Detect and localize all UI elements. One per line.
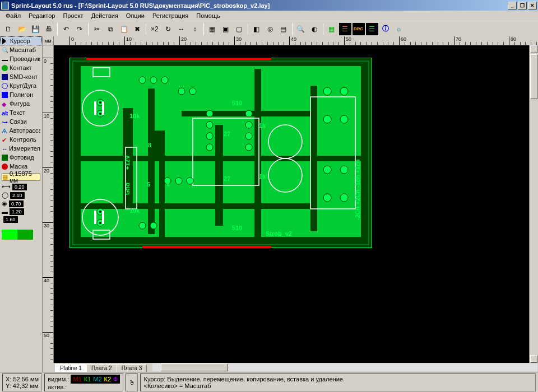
window-title: Sprint-Layout 5.0 rus - [F:\Sprint-Layou… [11, 2, 507, 9]
mirror-v-icon[interactable]: ↕ [189, 23, 201, 35]
titlebar: Sprint-Layout 5.0 rus - [F:\Sprint-Layou… [0, 0, 538, 11]
paste-icon[interactable]: 📋 [118, 23, 130, 35]
svg-text:1k: 1k [259, 122, 266, 129]
svg-point-32 [150, 77, 157, 83]
tool-connections[interactable]: ⊶Связи [0, 117, 42, 126]
svg-text:27: 27 [224, 130, 230, 137]
tool-test[interactable]: ✔Контроль [0, 135, 42, 144]
svg-point-43 [245, 144, 252, 151]
ruler-vertical: 01020304050 [43, 45, 54, 363]
menu-actions[interactable]: Действия [88, 12, 122, 20]
grid-value[interactable]: ▦0,15875 мм [2, 173, 40, 181]
tool-text[interactable]: ab|Текст [0, 108, 42, 117]
horizontal-scrollbar[interactable] [152, 363, 538, 372]
tool-pad[interactable]: Контакт [0, 63, 42, 72]
svg-point-38 [206, 133, 213, 139]
undo-icon[interactable]: ↶ [60, 23, 72, 35]
open-icon[interactable]: 📂 [16, 23, 28, 35]
layer-icon[interactable]: ◧ [251, 23, 263, 35]
svg-rect-13 [254, 69, 261, 237]
save-icon[interactable]: 💾 [29, 23, 41, 35]
vertical-scrollbar[interactable] [529, 45, 538, 363]
coord-y: Y: 42,32 мм [6, 382, 39, 389]
cut-icon[interactable]: ✂ [91, 23, 103, 35]
duplicate-icon[interactable]: ×2 [149, 23, 161, 35]
new-icon[interactable]: 🗋 [2, 23, 15, 35]
tool-polygon[interactable]: Полигон [0, 90, 42, 99]
menubar: Файл Редактор Проект Действия Опции Реги… [0, 11, 538, 21]
tool-photoview[interactable]: Фотовид [0, 153, 42, 162]
drc-icon[interactable]: DRC [353, 23, 365, 35]
minimize-button[interactable]: _ [508, 2, 517, 10]
group-icon[interactable]: ▣ [220, 23, 232, 35]
tool-shape[interactable]: ◆Фигура [0, 99, 42, 108]
redo-icon[interactable]: ↷ [73, 23, 86, 35]
prop-val-0[interactable]: 0.20 [12, 184, 27, 190]
statusbar: X: 52,56 мм Y: 42,32 мм видим.: М1 К1 М2… [0, 372, 538, 392]
svg-text:5: 5 [147, 181, 150, 188]
contrast-icon[interactable]: ◐ [308, 23, 321, 35]
menu-file[interactable]: Файл [2, 12, 24, 20]
prop-val-1[interactable]: 2.10 [10, 192, 25, 199]
svg-point-46 [323, 115, 331, 123]
tab-platine-1[interactable]: Platine 1 [55, 364, 87, 372]
settings-icon[interactable]: ☼ [393, 23, 405, 35]
info-icon[interactable]: ⓘ [379, 23, 392, 35]
svg-point-54 [187, 178, 193, 184]
svg-text:Gnd: Gnd [124, 183, 131, 195]
pad-out-icon: ◯ [2, 192, 8, 199]
tool-smd[interactable]: SMD-конт [0, 72, 42, 81]
delete-icon[interactable]: ✖ [131, 23, 143, 35]
mouse-icon: 🖱 [126, 374, 138, 391]
tool-circle[interactable]: Круг/Дуга [0, 81, 42, 90]
tab-plata-2[interactable]: Плата 2 [86, 364, 117, 372]
export-icon[interactable]: ▦ [326, 23, 338, 35]
prop-val-3[interactable]: 1.20 [10, 208, 24, 215]
rotate-icon[interactable]: ↻ [162, 23, 174, 35]
layer-panel: видим.: М1 К1 М2 К2 Ф актив.: [44, 374, 123, 391]
copy-icon[interactable]: ⧉ [104, 23, 117, 35]
svg-text:510: 510 [232, 225, 242, 231]
svg-rect-7 [81, 158, 159, 237]
svg-point-41 [245, 122, 252, 128]
tool-track[interactable]: Проводник [0, 54, 42, 63]
maximize-button[interactable]: ❐ [518, 2, 527, 10]
svg-point-49 [340, 166, 348, 174]
library-icon[interactable]: ☰ [339, 23, 351, 35]
align-icon[interactable]: ▦ [206, 23, 219, 35]
svg-rect-15 [81, 156, 361, 161]
ruler-horizontal: 01020304050607080 [54, 36, 538, 45]
menu-project[interactable]: Проект [59, 12, 86, 20]
tab-plata-3[interactable]: Плата 3 [117, 364, 147, 372]
ground-icon[interactable]: ▤ [277, 23, 290, 35]
svg-text:1k: 1k [259, 173, 266, 180]
snap-icon[interactable]: ▢ [233, 23, 245, 35]
canvas[interactable]: 10k 10k 510 510 1k 1k 27 27 5 4 8 Strob_… [54, 45, 529, 363]
svg-point-50 [323, 194, 331, 202]
menu-options[interactable]: Опции [123, 12, 148, 20]
workspace: мм 01020304050607080 01020304050 [43, 36, 538, 372]
tool-measure[interactable]: ↔Измеритель [0, 144, 42, 153]
pcb-board: 10k 10k 510 510 1k 1k 27 27 5 4 8 Strob_… [69, 58, 372, 248]
layer-swatch[interactable] [2, 230, 34, 251]
svg-point-39 [206, 144, 213, 151]
prop-val-4[interactable]: 1.60 [3, 216, 18, 223]
zoom-icon[interactable]: 🔍 [295, 23, 307, 35]
menu-edit[interactable]: Редактор [25, 12, 58, 20]
tool-autoroute[interactable]: ѦАвтотрасса [0, 126, 42, 135]
svg-text:10k: 10k [129, 113, 140, 119]
tool-cursor[interactable]: Курсор [0, 36, 42, 45]
menu-help[interactable]: Помощь [193, 12, 224, 20]
tool-zoom[interactable]: 🔍Масштаб [0, 45, 42, 54]
svg-point-51 [340, 194, 348, 202]
gerber-icon[interactable]: ☰ [366, 23, 378, 35]
svg-point-45 [340, 87, 348, 95]
menu-register[interactable]: Регистрация [149, 12, 192, 20]
prop-val-2[interactable]: 0.70 [9, 200, 24, 207]
svg-point-42 [245, 133, 252, 139]
drill-icon[interactable]: ◎ [264, 23, 276, 35]
mirror-h-icon[interactable]: ↔ [175, 23, 188, 35]
print-icon[interactable]: 🖶 [43, 23, 55, 35]
tool-mask[interactable]: Маска [0, 162, 42, 171]
close-button[interactable]: ✕ [528, 2, 537, 10]
